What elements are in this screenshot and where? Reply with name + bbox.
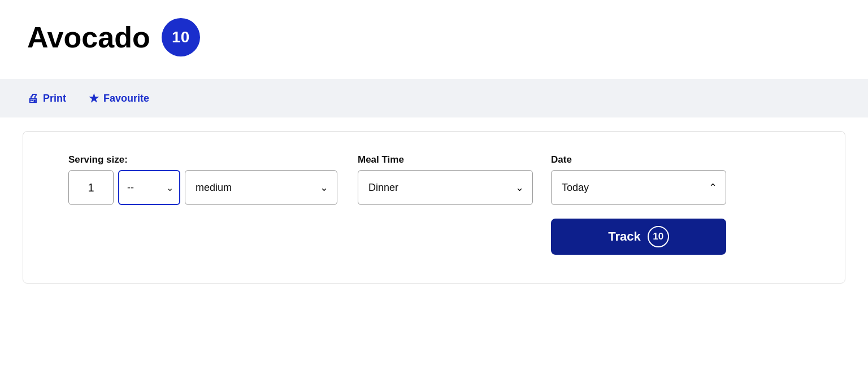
date-label: Date xyxy=(551,154,726,165)
print-icon: 🖨 xyxy=(27,92,38,105)
date-select-wrapper: Today Yesterday Custom ⌃ xyxy=(551,170,726,205)
meal-time-select[interactable]: Breakfast Lunch Dinner Snack xyxy=(358,170,533,205)
toolbar: 🖨 Print ★ Favourite xyxy=(0,79,868,117)
favourite-label: Favourite xyxy=(103,93,149,104)
serving-size-label: Serving size: xyxy=(68,154,337,165)
print-label: Print xyxy=(43,93,66,104)
content-card: Serving size: -- g oz cup ⌄ small medium xyxy=(23,131,845,284)
track-button-label: Track xyxy=(608,229,641,244)
unit-select-wrapper: -- g oz cup ⌄ xyxy=(118,170,180,205)
unit-select[interactable]: -- g oz cup xyxy=(118,170,180,205)
meal-select-wrapper: Breakfast Lunch Dinner Snack ⌄ xyxy=(358,170,533,205)
meal-time-label: Meal Time xyxy=(358,154,533,165)
quantity-input[interactable] xyxy=(68,170,114,205)
print-button[interactable]: 🖨 Print xyxy=(27,92,66,105)
track-button-badge: 10 xyxy=(648,226,669,247)
header-badge: 10 xyxy=(162,18,200,56)
date-select[interactable]: Today Yesterday Custom xyxy=(551,170,726,205)
meal-time-group: Meal Time Breakfast Lunch Dinner Snack ⌄ xyxy=(358,154,533,205)
serving-input-row: -- g oz cup ⌄ small medium large x-large… xyxy=(68,170,337,205)
page-title: Avocado xyxy=(27,23,150,52)
date-group: Date Today Yesterday Custom ⌃ Track 10 xyxy=(551,154,726,255)
favourite-button[interactable]: ★ Favourite xyxy=(89,92,149,105)
top-section: Avocado 10 xyxy=(0,0,868,79)
form-row: Serving size: -- g oz cup ⌄ small medium xyxy=(68,154,800,255)
star-icon: ★ xyxy=(89,92,99,105)
serving-size-group: Serving size: -- g oz cup ⌄ small medium xyxy=(68,154,337,205)
size-select[interactable]: small medium large x-large xyxy=(185,170,337,205)
size-select-wrapper: small medium large x-large ⌄ xyxy=(185,170,337,205)
track-btn-container: Track 10 xyxy=(551,219,726,255)
track-button[interactable]: Track 10 xyxy=(551,219,726,255)
